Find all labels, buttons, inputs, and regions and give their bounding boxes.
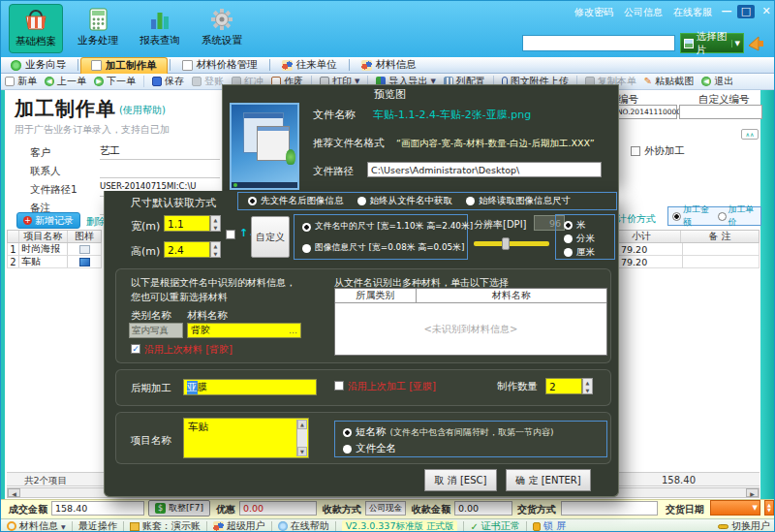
new-doc-button[interactable]: 新单 (5, 75, 37, 88)
switch-user-button[interactable]: 切换用户 (718, 519, 770, 532)
custom-no-field[interactable] (679, 105, 762, 119)
width-stepper[interactable]: ▲▼ (210, 215, 221, 232)
table-row[interactable]: 2 车贴 (7, 256, 102, 268)
quantity-field[interactable]: 2 (545, 378, 582, 394)
tab-work-order[interactable]: 加工制作单 (80, 57, 168, 74)
cancel-button[interactable]: 取 消 [ESC] (424, 469, 497, 491)
custom-size-button[interactable]: 自定义 (251, 216, 290, 258)
radio-unit-dm[interactable]: 分米 (564, 233, 595, 245)
horn-icon[interactable] (747, 35, 766, 52)
radio-amount[interactable]: 加工金额 (672, 203, 712, 229)
material-hint-1: 以下是根据文件名中识别的材料信息， (131, 276, 295, 290)
prev-doc-button[interactable]: ◀上一单 (45, 75, 86, 88)
lock-screen-button[interactable]: 锁 屏 (533, 519, 566, 532)
width-label: 宽(m) (131, 219, 160, 234)
post-account-button[interactable]: 登账 (192, 75, 224, 88)
preview-thumbnail[interactable] (230, 103, 299, 190)
maximize-button[interactable]: □ (737, 5, 755, 18)
paste-screenshot-button[interactable]: ✎粘贴截图 (644, 75, 694, 88)
status-current-user[interactable]: 超级用户 (213, 519, 265, 532)
calculator-icon (85, 7, 110, 32)
dpi-slider-thumb[interactable] (502, 237, 510, 250)
ribbon-settings[interactable]: 系统设置 (195, 4, 249, 53)
scroll-left-icon[interactable]: ◀ (8, 488, 20, 497)
dpi-slider-track[interactable] (474, 241, 549, 246)
material-label: 材料名称 (187, 309, 228, 323)
link-online-service[interactable]: 在线客服 (673, 6, 712, 19)
tab-bar: 业务向导 加工制作单 材料价格管理 往来单位 材料信息 (1, 57, 775, 74)
status-material-info[interactable]: 材料信息▼ (7, 519, 66, 532)
ribbon-reports[interactable]: 报表查询 (133, 4, 187, 53)
status-online-help[interactable]: 在线帮助 (278, 519, 329, 532)
link-change-password[interactable]: 修改密码 (574, 6, 613, 19)
radio-short-name[interactable]: 短名称 (文件名中包含有间隔符时，取第一节内容) (343, 425, 554, 439)
project-field[interactable]: 车贴 ▲▼ (183, 418, 309, 458)
post-field[interactable]: 亚膜 (183, 379, 317, 395)
close-button[interactable]: ✕ (758, 5, 775, 18)
reuse-post-checkbox[interactable] (334, 381, 344, 391)
received-field[interactable]: 0.00 (454, 501, 512, 516)
quantity-stepper[interactable]: ▲▼ (582, 378, 593, 394)
deal-amount-field[interactable]: 158.40 (51, 501, 144, 516)
file-path-field[interactable]: C:\Users\Administrator\Desktop\ (367, 162, 602, 177)
delivery-mode-field[interactable] (561, 501, 658, 516)
contact-field[interactable] (100, 163, 220, 178)
width-field[interactable]: 1.1 (164, 215, 210, 232)
tab-material-info[interactable]: 材料信息 (352, 57, 426, 74)
height-field[interactable]: 2.4 (164, 241, 210, 258)
reuse-material-checkbox[interactable]: ✓ (131, 344, 140, 354)
radio-icon (564, 235, 573, 243)
material-field[interactable]: 背胶 … (187, 323, 301, 338)
doc-no-field[interactable]: NO.201411100001 (613, 105, 677, 119)
scroll-right-icon[interactable]: ▶ (746, 488, 759, 497)
status-account-book[interactable]: 账套：演示账 (130, 519, 201, 532)
next-doc-button[interactable]: ▶下一单 (94, 75, 136, 88)
partners-icon (282, 60, 293, 71)
radio-unit-price[interactable]: 加工单价 (718, 203, 758, 229)
collapse-button[interactable]: ∧∧ (741, 129, 759, 140)
deal-amount-label: 成交金额 (9, 503, 47, 516)
status-bar: 材料信息▼ 最近操作 账套：演示账 超级用户 在线帮助 V2.3.0.337标准… (1, 518, 775, 532)
height-stepper[interactable]: ▲▼ (210, 241, 221, 258)
ribbon-business[interactable]: 业务处理 (71, 4, 125, 53)
pick-image-button[interactable]: 选择图片 ▼ (680, 33, 744, 53)
ok-button[interactable]: 确 定 [ENTER] (506, 469, 591, 491)
customer-field[interactable]: 艺工 (100, 144, 220, 160)
radio-filename-first[interactable]: 先文件名后图像信息 (248, 195, 344, 207)
pay-method-field[interactable]: 公司现金 (365, 501, 406, 516)
radio-icon (343, 445, 352, 454)
radio-unit-m[interactable]: 米 (564, 219, 586, 232)
thumb-tree (286, 149, 295, 165)
category-field[interactable]: 室内写真 (129, 323, 183, 338)
radio-size-from-filename[interactable]: 文件名中的尺寸 [宽=1.10米 高=2.40米] (302, 221, 473, 233)
ribbon-basic-files[interactable]: 基础档案 (9, 4, 63, 53)
help-link[interactable]: (使用帮助) (119, 104, 166, 117)
radio-size-from-image[interactable]: 图像信息尺寸 [宽=0.08米 高=0.05米] (302, 242, 464, 254)
radio-always-filename[interactable]: 始终从文件名中获取 (357, 195, 453, 207)
browse-ellipsis-icon[interactable]: … (289, 326, 297, 335)
swap-checkbox[interactable] (226, 230, 235, 239)
add-record-button[interactable]: + 新增记录 (16, 212, 80, 229)
delivery-date-stepper[interactable]: ▲▼ (764, 500, 774, 516)
tab-partners[interactable]: 往来单位 (272, 57, 347, 74)
delete-button[interactable]: 删除 (86, 215, 106, 229)
radio-full-name[interactable]: 文件全名 (343, 442, 396, 455)
status-recent-actions[interactable]: 最近操作 (78, 519, 117, 532)
link-company-info[interactable]: 公司信息 (624, 6, 663, 19)
delivery-date-select[interactable]: ▼ (710, 500, 760, 516)
image-path-input[interactable] (522, 35, 675, 51)
table-row[interactable]: 79.20 (602, 256, 760, 268)
radio-unit-cm[interactable]: 厘米 (564, 246, 595, 259)
exit-button[interactable]: ◀退出 (701, 75, 733, 88)
material-table[interactable]: 所属类别 材料名称 <未识别到材料信息> (334, 288, 607, 356)
radio-always-image[interactable]: 始终读取图像信息尺寸 (466, 195, 571, 207)
round-button[interactable]: $ 取整[F7] (148, 500, 210, 516)
outsource-checkbox[interactable]: 外协加工 (631, 144, 685, 158)
minimize-button[interactable]: — (718, 5, 735, 18)
textarea-scrollbar[interactable]: ▲▼ (296, 420, 307, 456)
tab-material-price[interactable]: 材料价格管理 (172, 57, 267, 74)
save-button[interactable]: 保存 (152, 75, 184, 88)
table-row[interactable]: 79.20 (602, 243, 760, 256)
discount-field[interactable]: 0.00 (239, 501, 317, 516)
tab-business-wizard[interactable]: 业务向导 (1, 57, 76, 74)
